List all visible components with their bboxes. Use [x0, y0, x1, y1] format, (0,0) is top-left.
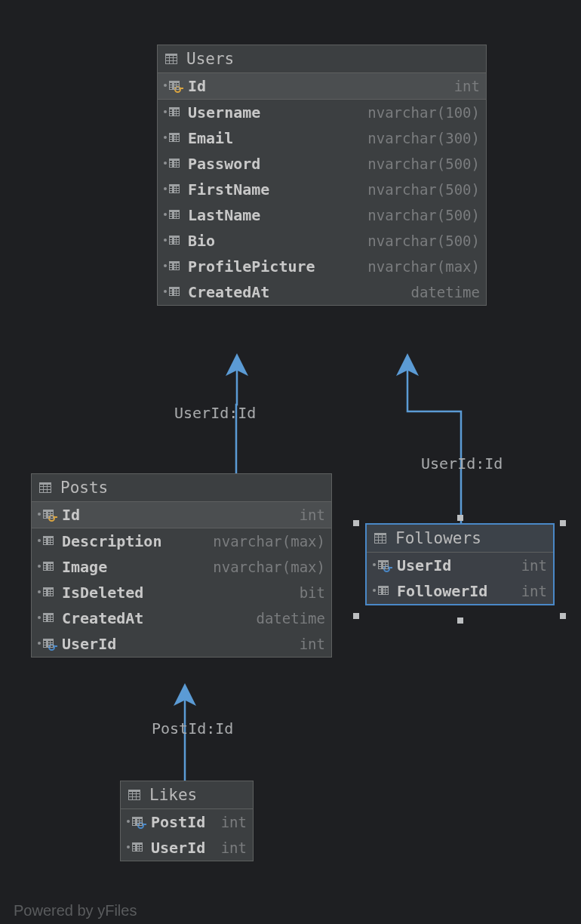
table-posts[interactable]: Posts Id int Description nvarchar(max) I…	[31, 473, 332, 658]
edge-label-posts-users: UserId:Id	[174, 404, 256, 422]
edge-label-likes-posts: PostId:Id	[152, 719, 233, 738]
column-row[interactable]: UserId int	[121, 835, 253, 861]
column-name: UserId	[397, 556, 451, 574]
column-icon	[38, 611, 57, 625]
column-type: bit	[300, 584, 325, 601]
column-type: int	[454, 78, 480, 94]
column-icon	[373, 584, 392, 598]
column-name: IsDeleted	[62, 584, 143, 602]
column-type: datetime	[256, 610, 325, 627]
pk-key-icon	[48, 513, 57, 521]
column-row[interactable]: LastName nvarchar(500)	[158, 202, 486, 228]
column-type: int	[521, 557, 547, 574]
column-name: Image	[62, 558, 107, 576]
column-row[interactable]: Password nvarchar(500)	[158, 151, 486, 177]
table-title: Likes	[149, 786, 197, 804]
table-users[interactable]: Users Id int Username nvarchar(100) Emai…	[157, 45, 487, 306]
fk-key-icon	[48, 642, 57, 650]
selection-handle[interactable]	[457, 515, 463, 521]
selection-handle[interactable]	[560, 520, 566, 526]
column-type: nvarchar(500)	[367, 233, 480, 249]
column-row[interactable]: ProfilePicture nvarchar(max)	[158, 254, 486, 279]
selection-handle[interactable]	[353, 613, 359, 619]
column-row[interactable]: Description nvarchar(max)	[32, 528, 331, 554]
table-header-likes[interactable]: Likes	[121, 781, 253, 809]
column-row[interactable]: Email nvarchar(300)	[158, 125, 486, 151]
selection-handle[interactable]	[560, 613, 566, 619]
table-header-posts[interactable]: Posts	[32, 474, 331, 502]
column-name: CreatedAt	[188, 283, 269, 301]
column-name: ProfilePicture	[188, 257, 315, 276]
table-icon	[38, 481, 54, 494]
column-icon	[38, 508, 57, 522]
column-icon	[164, 208, 183, 222]
column-name: Description	[62, 532, 161, 550]
column-row[interactable]: IsDeleted bit	[32, 580, 331, 605]
table-header-users[interactable]: Users	[158, 45, 486, 73]
selection-handle[interactable]	[457, 618, 463, 624]
column-row[interactable]: CreatedAt datetime	[32, 605, 331, 631]
edge-followers-users	[407, 365, 461, 523]
column-type: nvarchar(500)	[367, 207, 480, 223]
column-icon	[164, 260, 183, 273]
column-name: Email	[188, 129, 233, 147]
column-row[interactable]: Id int	[158, 73, 486, 100]
column-row[interactable]: PostId int	[121, 809, 253, 835]
selection-handle[interactable]	[353, 520, 359, 526]
column-row[interactable]: FollowerId int	[367, 578, 553, 604]
column-icon	[127, 815, 146, 829]
column-row[interactable]: FirstName nvarchar(500)	[158, 177, 486, 202]
column-icon	[38, 586, 57, 599]
column-type: nvarchar(max)	[213, 533, 325, 550]
column-icon	[164, 79, 183, 93]
column-type: int	[221, 839, 247, 856]
table-header-followers[interactable]: Followers	[367, 525, 553, 553]
column-name: PostId	[151, 813, 205, 831]
column-name: CreatedAt	[62, 609, 143, 627]
pk-key-icon	[174, 85, 183, 92]
column-name: Username	[188, 103, 260, 122]
column-icon	[164, 157, 183, 171]
table-likes[interactable]: Likes PostId int UserId int	[120, 781, 254, 861]
column-row[interactable]: Username nvarchar(100)	[158, 100, 486, 125]
column-name: Id	[188, 77, 206, 95]
column-row[interactable]: Id int	[32, 502, 331, 528]
column-type: nvarchar(max)	[213, 559, 325, 575]
column-icon	[164, 234, 183, 248]
column-icon	[164, 131, 183, 145]
column-name: Password	[188, 155, 260, 173]
column-type: datetime	[410, 284, 480, 300]
column-type: nvarchar(500)	[367, 156, 480, 172]
column-row[interactable]: UserId int	[32, 631, 331, 657]
column-type: int	[300, 636, 325, 652]
table-icon	[373, 531, 389, 545]
table-icon	[164, 52, 180, 66]
column-type: nvarchar(500)	[367, 181, 480, 198]
column-name: Bio	[188, 232, 215, 250]
column-icon	[127, 841, 146, 855]
table-title: Followers	[395, 529, 481, 547]
column-name: UserId	[62, 635, 116, 653]
column-row[interactable]: Bio nvarchar(500)	[158, 228, 486, 254]
fk-key-icon	[137, 821, 146, 828]
column-name: Id	[62, 506, 80, 524]
column-icon	[164, 183, 183, 196]
edge-label-followers-users: UserId:Id	[421, 454, 503, 473]
column-icon	[38, 534, 57, 548]
column-row[interactable]: Image nvarchar(max)	[32, 554, 331, 580]
column-type: int	[521, 583, 547, 599]
table-title: Users	[186, 50, 234, 68]
column-icon	[164, 285, 183, 299]
column-row[interactable]: UserId int	[367, 553, 553, 578]
column-row[interactable]: CreatedAt datetime	[158, 279, 486, 305]
table-title: Posts	[60, 479, 108, 497]
column-icon	[164, 106, 183, 119]
diagram-canvas[interactable]: UserId:Id UserId:Id PostId:Id Users Id i…	[0, 0, 581, 924]
column-name: UserId	[151, 839, 205, 857]
table-followers[interactable]: Followers UserId int FollowerId int	[365, 523, 555, 605]
column-name: FirstName	[188, 180, 269, 199]
fk-key-icon	[383, 564, 392, 571]
column-type: nvarchar(300)	[367, 130, 480, 146]
column-type: nvarchar(max)	[367, 258, 480, 275]
column-type: int	[300, 507, 325, 523]
